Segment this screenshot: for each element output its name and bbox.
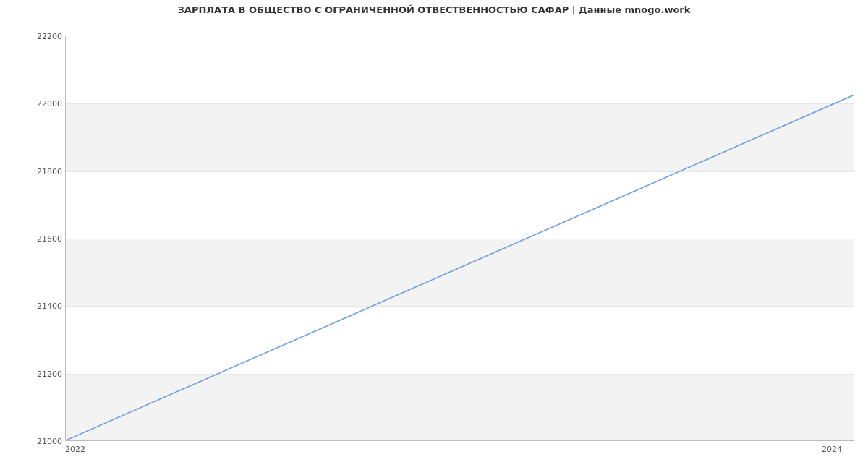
y-tick-label: 21800: [0, 166, 62, 176]
y-tick-label: 22200: [0, 32, 62, 41]
chart-container: ЗАРПЛАТА В ОБЩЕСТВО С ОГРАНИЧЕННОЙ ОТВЕС…: [0, 0, 868, 470]
y-tick-label: 21400: [0, 302, 62, 311]
data-line: [66, 95, 854, 440]
line-series: [66, 36, 854, 440]
y-tick-label: 22000: [0, 99, 62, 108]
y-tick-label: 21000: [0, 437, 62, 446]
x-tick-label: 2024: [822, 445, 842, 454]
y-tick-label: 21200: [0, 369, 62, 378]
x-tick-label: 2022: [65, 445, 85, 454]
y-tick-label: 21600: [0, 234, 62, 244]
chart-title: ЗАРПЛАТА В ОБЩЕСТВО С ОГРАНИЧЕННОЙ ОТВЕС…: [0, 4, 868, 15]
plot-area: [65, 36, 854, 441]
